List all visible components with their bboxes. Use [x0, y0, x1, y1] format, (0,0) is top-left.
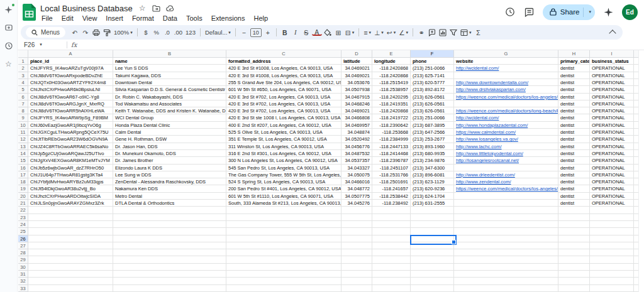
cell-I18[interactable]: OPERATIONAL — [590, 178, 634, 185]
cell-G13[interactable]: http://www.lachc.com/ — [454, 143, 558, 150]
insert-comment-button[interactable] — [427, 27, 437, 38]
cell-D24[interactable] — [341, 221, 372, 228]
cell-C32[interactable] — [226, 278, 341, 284]
cell-D2[interactable]: 34.0469021 — [341, 65, 372, 72]
cell-E17[interactable]: -118.2531766 — [372, 171, 411, 178]
cell-I17[interactable]: OPERATIONAL — [590, 171, 634, 178]
cell-A29[interactable] — [28, 256, 113, 263]
text-wrap-button[interactable]: ↩▾ — [386, 27, 397, 38]
cell-F32[interactable] — [411, 278, 454, 284]
row-header-31[interactable]: 31 — [18, 271, 28, 278]
cell-B11[interactable]: Calm Dental — [113, 129, 226, 136]
cell-F8[interactable]: (213) 626-0561 — [411, 107, 454, 114]
cell-G10[interactable]: http://www.hondaplazadental.com/ — [454, 122, 558, 129]
cell-G6[interactable]: https://weence.com/medical/doctors/los-a… — [454, 94, 558, 100]
cell-D20[interactable]: 34.0507775 — [341, 193, 372, 200]
cell-D31[interactable] — [341, 271, 372, 278]
cell-E20[interactable]: -118.2538442 — [372, 193, 411, 200]
cell-F12[interactable]: (213) 253-2677 — [411, 136, 454, 143]
insert-link-button[interactable]: ⚭ — [416, 27, 426, 38]
row-header-14[interactable]: 14 — [18, 150, 28, 157]
cell-D13[interactable]: 34.0456776 — [341, 143, 372, 150]
cell-H21[interactable]: dentist — [558, 200, 590, 207]
cell-H29[interactable] — [558, 256, 590, 263]
cell-C5[interactable]: 601 W 5th St #650, Los Angeles, CA 90071… — [226, 86, 341, 93]
cell-E8[interactable]: -118.2420868 — [372, 107, 411, 114]
cell-A3[interactable]: ChIJl8dV6TfGwoARxpodeBDvZhE — [28, 72, 113, 79]
cell-F27[interactable] — [411, 242, 454, 249]
cell-E7[interactable]: -118.2419351 — [372, 100, 411, 107]
cell-E4[interactable]: -118.2515419 — [372, 79, 411, 86]
cell-A15[interactable]: ChIJgXxV4EXGwoAR8KM1eMTvJYM — [28, 157, 113, 164]
undo-button[interactable]: ↶ — [70, 27, 80, 38]
cell-B3[interactable]: Takumi Kagawa, DDS — [113, 72, 226, 79]
cell-D19[interactable]: 34.048772 — [341, 185, 372, 192]
cell-A30[interactable] — [28, 264, 113, 271]
cell-B31[interactable] — [113, 271, 226, 278]
cell-H13[interactable]: dentist — [558, 143, 590, 150]
strikethrough-button[interactable]: S — [301, 27, 311, 38]
cell-H4[interactable]: dentist — [558, 79, 590, 86]
cell-F1[interactable]: phone — [411, 58, 454, 65]
cell-B20[interactable]: Metro Dental — [113, 193, 226, 200]
cell-B26[interactable] — [113, 235, 226, 242]
name-box[interactable]: F26 ▾ — [18, 41, 63, 48]
cell-F30[interactable] — [411, 264, 454, 271]
percent-format-button[interactable]: % — [152, 27, 162, 38]
cell-H10[interactable]: dentist — [558, 122, 590, 129]
cell-H8[interactable]: dentist — [558, 107, 590, 114]
cell-H16[interactable]: dentist — [558, 165, 590, 171]
cell-A18[interactable]: ChIJYbfjdMvHwoARYBz2uM33qps — [28, 178, 113, 185]
cell-F22[interactable] — [411, 207, 454, 214]
cell-D29[interactable] — [341, 256, 372, 263]
row-header-9[interactable]: 9 — [18, 114, 28, 121]
cell-H33[interactable] — [558, 285, 590, 292]
cell-B21[interactable]: DTLA Dental & Orthodontics — [113, 200, 226, 207]
menu-edit[interactable]: Edit — [57, 14, 78, 22]
cell-B23[interactable] — [113, 214, 226, 221]
row-header-12[interactable]: 12 — [18, 136, 28, 143]
cell-E25[interactable] — [372, 228, 411, 235]
cell-D15[interactable]: 34.0537357 — [341, 157, 372, 164]
row-header-21[interactable]: 21 — [18, 200, 28, 207]
cell-H1[interactable]: primary_categor — [558, 58, 590, 65]
cell-E26[interactable] — [372, 235, 411, 242]
cell-A5[interactable]: ChIJhctCXrPHwoAR6k0BpsiuLNI — [28, 86, 113, 93]
cell-I30[interactable] — [590, 264, 634, 271]
cell-F28[interactable] — [411, 249, 454, 256]
hide-menus-button[interactable] — [608, 27, 618, 38]
cell-F31[interactable] — [411, 271, 454, 278]
cell-D1[interactable]: latitude — [341, 58, 372, 65]
cell-D3[interactable]: 34.0469021 — [341, 72, 372, 79]
cell-G14[interactable]: http://www.littletokyodental.com/ — [454, 150, 558, 157]
vertical-align-button[interactable]: ⊥▾ — [373, 27, 385, 38]
menu-file[interactable]: File — [37, 14, 57, 22]
cell-F4[interactable]: (213) 620-5777 — [411, 79, 454, 86]
cell-I6[interactable]: OPERATIONAL — [590, 94, 634, 100]
cell-G23[interactable] — [454, 214, 558, 221]
font-style-select[interactable]: Defaul...▾ — [204, 27, 232, 38]
cell-B17[interactable]: Lee Sung w DDS — [113, 171, 226, 178]
row-header-10[interactable]: 10 — [18, 122, 28, 129]
row-header-11[interactable]: 11 — [18, 129, 28, 136]
cell-I9[interactable]: OPERATIONAL — [590, 114, 634, 121]
cell-G30[interactable] — [454, 264, 558, 271]
cell-D28[interactable] — [341, 249, 372, 256]
cell-G8[interactable]: https://weence.com/medical/doctors/long-… — [454, 107, 558, 114]
cell-F11[interactable]: (213) 647-2566 — [411, 129, 454, 136]
redo-button[interactable]: ↷ — [80, 27, 91, 38]
col-header-C[interactable]: C — [226, 50, 341, 58]
document-title[interactable]: Local Business Database — [40, 4, 133, 13]
cell-H7[interactable]: dentist — [558, 100, 590, 107]
col-header-A[interactable]: A — [28, 50, 113, 58]
cell-A1[interactable]: place_id — [28, 58, 113, 65]
cell-F18[interactable]: (213) 623-1129 — [411, 178, 454, 185]
row-header-33[interactable]: 33 — [18, 285, 28, 292]
horizontal-align-button[interactable]: ≡▾ — [362, 27, 372, 38]
cell-F24[interactable] — [411, 221, 454, 228]
cell-C28[interactable] — [226, 249, 341, 256]
cell-H24[interactable] — [558, 221, 590, 228]
decrease-font-size-button[interactable]: − — [239, 27, 249, 38]
cell-B13[interactable]: Dr. Jason Han, DDS — [113, 143, 226, 150]
col-header-I[interactable]: I — [590, 50, 634, 58]
